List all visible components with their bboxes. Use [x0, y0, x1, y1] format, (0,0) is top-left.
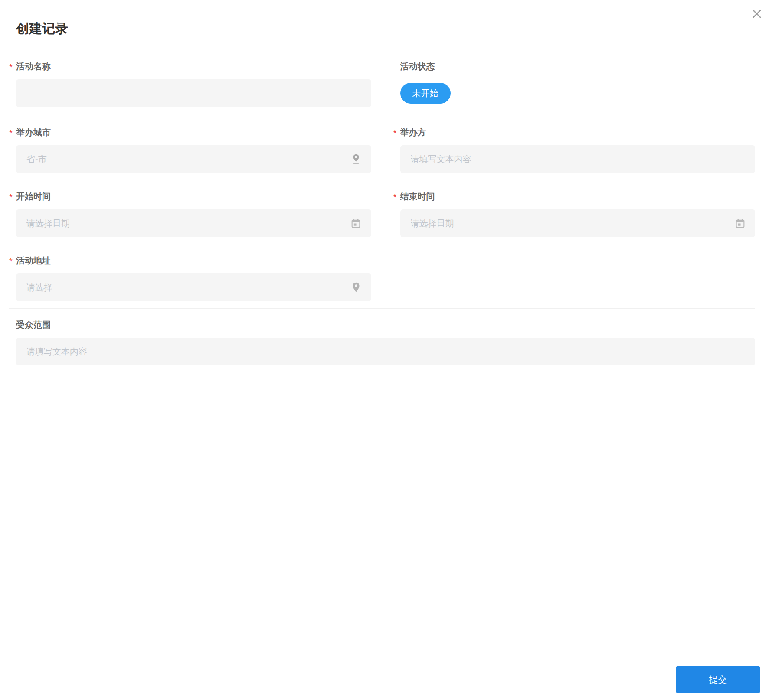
required-asterisk: *: [9, 128, 13, 138]
create-record-form: * 活动名称 活动状态 未开始 * 举办城市: [0, 37, 769, 372]
dialog-title: 创建记录: [16, 20, 755, 37]
start-time-input[interactable]: [16, 209, 371, 237]
field-label-text: 活动地址: [16, 256, 51, 265]
submit-button[interactable]: 提交: [676, 666, 760, 693]
activity-name-input[interactable]: [16, 79, 371, 107]
field-organizer: * 举办方: [393, 127, 756, 173]
close-button[interactable]: [749, 6, 765, 22]
create-record-dialog: 创建记录 * 活动名称 活动状态 未开始: [0, 0, 769, 700]
calendar-icon[interactable]: [734, 218, 746, 229]
end-time-input[interactable]: [400, 209, 756, 237]
required-asterisk: *: [9, 192, 13, 202]
dialog-header: 创建记录: [0, 0, 769, 37]
field-label-start-time: * 开始时间: [16, 192, 371, 201]
field-label-text: 活动状态: [400, 62, 435, 71]
field-label-activity-name: * 活动名称: [16, 62, 371, 71]
host-city-input[interactable]: [16, 145, 371, 173]
field-label-text: 受众范围: [16, 320, 51, 329]
field-label-end-time: * 结束时间: [400, 192, 756, 201]
location-pin-underline-icon[interactable]: [350, 153, 362, 165]
field-activity-status: 活动状态 未开始: [393, 62, 756, 107]
calendar-icon[interactable]: [350, 218, 362, 229]
field-activity-address: * 活动地址: [9, 256, 371, 301]
location-pin-icon[interactable]: [350, 282, 362, 293]
field-audience-scope: 受众范围: [9, 320, 755, 365]
activity-address-input[interactable]: [16, 273, 371, 301]
field-label-text: 开始时间: [16, 192, 51, 201]
required-asterisk: *: [393, 128, 397, 138]
form-row-4: * 活动地址: [9, 244, 755, 309]
required-asterisk: *: [9, 257, 13, 266]
field-host-city: * 举办城市: [9, 127, 371, 173]
field-label-host-city: * 举办城市: [16, 127, 371, 137]
field-activity-name: * 活动名称: [9, 62, 371, 107]
field-start-time: * 开始时间: [9, 192, 371, 237]
field-end-time: * 结束时间: [393, 192, 756, 237]
audience-scope-input[interactable]: [16, 338, 755, 365]
field-label-text: 举办方: [400, 127, 426, 137]
field-empty-slot: [393, 256, 756, 301]
form-row-2: * 举办城市 * 举办方: [9, 116, 755, 180]
field-label-organizer: * 举办方: [400, 127, 756, 137]
field-label-activity-address: * 活动地址: [16, 256, 371, 265]
required-asterisk: *: [393, 192, 397, 202]
form-row-3: * 开始时间: [9, 180, 755, 244]
field-label-text: 活动名称: [16, 62, 51, 71]
close-icon: [751, 8, 763, 20]
status-tag-not-started[interactable]: 未开始: [400, 83, 451, 104]
organizer-input[interactable]: [400, 145, 756, 173]
required-asterisk: *: [9, 62, 13, 72]
form-row-1: * 活动名称 活动状态 未开始: [9, 37, 755, 116]
field-label-audience-scope: 受众范围: [16, 320, 755, 329]
form-row-5: 受众范围: [9, 309, 755, 372]
field-label-text: 结束时间: [400, 192, 435, 201]
field-label-activity-status: 活动状态: [400, 62, 756, 71]
field-label-text: 举办城市: [16, 127, 51, 137]
